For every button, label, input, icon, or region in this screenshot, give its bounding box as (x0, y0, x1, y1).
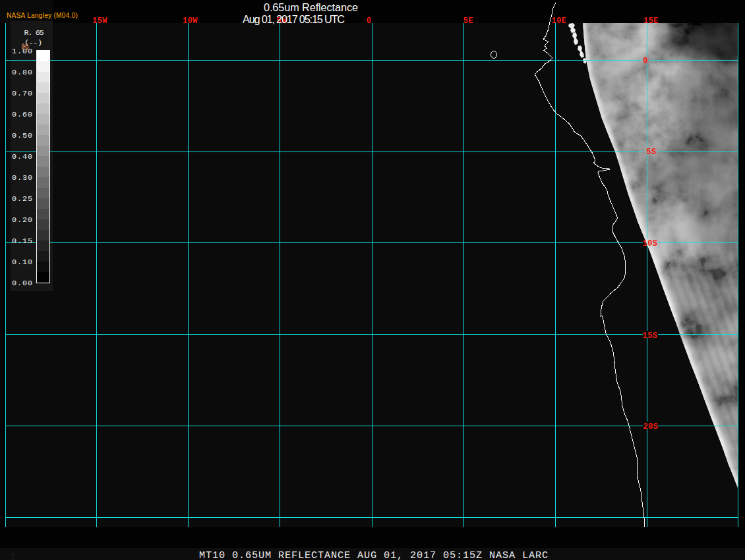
svg-text:15W: 15W (92, 16, 107, 26)
svg-text:0.20: 0.20 (12, 215, 33, 225)
svg-text:10E: 10E (551, 16, 566, 26)
svg-text:5E: 5E (463, 16, 473, 26)
svg-text:0.80: 0.80 (12, 68, 33, 77)
svg-text:10S: 10S (642, 239, 657, 248)
svg-text:2: 2 (10, 552, 15, 560)
svg-text:MT10 0.65UM REFLECTANCE AUG: MT10 0.65UM REFLECTANCE AUG 01, 2017 05:… (199, 549, 548, 560)
svg-text:0.10: 0.10 (12, 258, 33, 267)
svg-text:1.00: 1.00 (12, 47, 33, 56)
svg-text:0.00: 0.00 (12, 279, 33, 288)
svg-text:15E: 15E (643, 16, 659, 26)
svg-text:R. 65: R. 65 (24, 28, 45, 38)
svg-text:0.60: 0.60 (12, 110, 33, 119)
svg-text:0: 0 (643, 57, 648, 66)
svg-text:NASA Langley (M04.0): NASA Langley (M04.0) (7, 12, 78, 19)
svg-text:0.15: 0.15 (12, 237, 33, 246)
svg-text:0.25: 0.25 (12, 194, 33, 204)
svg-text:0.50: 0.50 (12, 131, 33, 140)
svg-text:20S: 20S (643, 422, 658, 432)
svg-text:0.30: 0.30 (12, 173, 33, 182)
svg-text:0.65um Reflectance: 0.65um Reflectance (264, 1, 358, 13)
svg-text:15S: 15S (642, 331, 657, 341)
svg-text:5S: 5S (646, 148, 656, 157)
svg-text:0.40: 0.40 (12, 152, 33, 161)
svg-text:Aug 01, 2017 05:15 UTC: Aug 01, 2017 05:15 UTC (243, 13, 345, 25)
svg-text:10W: 10W (183, 16, 198, 26)
svg-text:0: 0 (367, 16, 372, 26)
svg-text:0.70: 0.70 (12, 89, 33, 98)
